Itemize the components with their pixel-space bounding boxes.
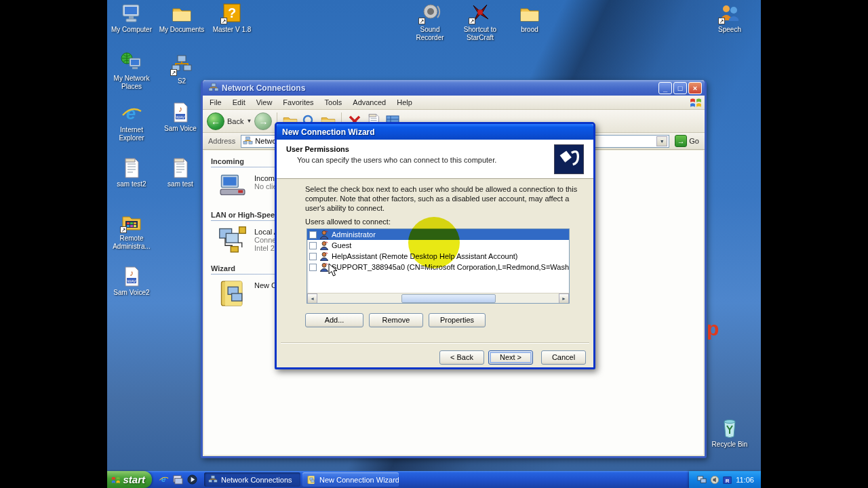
window-titlebar[interactable]: Network Connections _ □ × [203, 80, 705, 96]
connector-art-icon [554, 144, 584, 174]
separator [281, 342, 589, 344]
desktop-icon-brood[interactable]: brood [505, 3, 554, 34]
tray-realplayer-icon[interactable]: R [723, 475, 732, 485]
shortcut-arrow-icon: ↗ [170, 69, 177, 76]
user-row-helpassistant[interactable]: HelpAssistant (Remote Desktop Help Assis… [307, 251, 569, 262]
taskbar: start Network Connections New Connection… [107, 471, 761, 488]
go-button[interactable]: → Go [672, 135, 702, 147]
text-file-icon [169, 157, 192, 179]
question-box-icon: ↗ [220, 3, 243, 24]
incoming-connections-icon [216, 171, 249, 201]
menu-help[interactable]: Help [391, 96, 418, 108]
desktop-icon-sound-recorder[interactable]: ↗ Sound Recorder [406, 3, 454, 41]
network-places-icon [120, 52, 143, 73]
checkbox-guest[interactable] [309, 242, 317, 249]
desktop-icon-internet-explorer[interactable]: Internet Explorer [107, 103, 156, 142]
start-button[interactable]: start [107, 471, 152, 488]
shortcut-arrow-icon: ↗ [469, 18, 475, 24]
svg-text:R: R [726, 477, 730, 483]
network-icon: ↗ [170, 54, 193, 76]
scroll-left-icon[interactable]: ◄ [307, 293, 317, 304]
user-icon [319, 251, 329, 261]
forward-button[interactable]: → [254, 113, 272, 130]
horizontal-scrollbar[interactable]: ◄ ► [307, 293, 569, 303]
quick-launch [152, 471, 204, 488]
desktop-icon-sam-voice[interactable]: Sam Voice [156, 102, 205, 133]
desktop-icon-remote-administration[interactable]: ↗ Remote Administra... [107, 211, 156, 250]
user-icon [319, 262, 329, 272]
tray-volume-icon[interactable] [710, 475, 719, 485]
desktop-icon-my-network-places[interactable]: My Network Places [107, 52, 156, 90]
desktop-icon-recycle-bin[interactable]: Recycle Bin [705, 418, 754, 449]
tray-network-icon[interactable] [697, 475, 707, 485]
back-icon: ← [207, 113, 224, 130]
my-computer-icon [120, 3, 143, 24]
window-title: Network Connections [222, 83, 658, 93]
quicklaunch-media-player-icon[interactable] [187, 474, 197, 485]
folder-icon [518, 3, 541, 24]
desktop-icon-s2[interactable]: ↗ S2 [157, 54, 206, 85]
wizard-body: Select the check box next to each user w… [277, 180, 593, 367]
admin-folder-icon: ↗ [120, 211, 143, 233]
menu-file[interactable]: File [204, 96, 227, 108]
lan-connection-icon [216, 225, 249, 255]
desktop-icon-master[interactable]: ↗ Master V 1.8 [208, 3, 256, 34]
go-icon: → [675, 135, 687, 147]
user-row-support[interactable]: SUPPORT_388945a0 (CN=Microsoft Corporati… [307, 262, 569, 272]
internet-explorer-icon [120, 103, 143, 125]
taskbar-task-network-connections[interactable]: Network Connections [204, 472, 300, 487]
my-documents-icon [170, 3, 193, 24]
checkbox-administrator[interactable] [309, 231, 317, 239]
add-button[interactable]: Add... [305, 313, 363, 327]
checkbox-support[interactable] [309, 264, 317, 271]
menu-advanced[interactable]: Advanced [347, 96, 391, 108]
wizard-header: User Permissions You can specify the use… [277, 140, 593, 179]
back-button[interactable]: ← Back ▼ [207, 113, 252, 130]
menu-edit[interactable]: Edit [227, 96, 251, 108]
starcraft-icon: ↗ [469, 3, 492, 24]
wizard-title: New Connection Wizard [282, 127, 375, 137]
scrollbar-thumb[interactable] [401, 294, 496, 303]
network-connections-icon [243, 136, 253, 146]
menu-tools[interactable]: Tools [319, 96, 348, 108]
wizard-book-icon [216, 279, 249, 308]
back-wizard-button[interactable]: < Back [439, 350, 484, 365]
desktop-icon-my-documents[interactable]: My Documents [157, 3, 206, 34]
back-dropdown-icon[interactable]: ▼ [246, 118, 252, 124]
cancel-button[interactable]: Cancel [541, 350, 586, 365]
user-icon [319, 241, 329, 250]
desktop-icon-sam-test2[interactable]: sam test2 [107, 157, 156, 188]
next-button[interactable]: Next > [488, 350, 533, 365]
scroll-right-icon[interactable]: ► [559, 293, 569, 304]
taskbar-task-new-connection-wizard[interactable]: New Connection Wizard [302, 472, 399, 487]
user-row-guest[interactable]: Guest [307, 240, 569, 251]
shortcut-arrow-icon: ↗ [220, 18, 227, 24]
menu-favorites[interactable]: Favorites [277, 96, 319, 108]
wizard-titlebar[interactable]: New Connection Wizard [277, 124, 593, 140]
user-row-administrator[interactable]: Administrator [307, 229, 569, 240]
desktop-icon-my-computer[interactable]: My Computer [107, 3, 156, 34]
minimize-button[interactable]: _ [658, 82, 672, 94]
speech-icon: ↗ [718, 3, 741, 24]
address-dropdown-icon[interactable]: ▼ [656, 136, 667, 146]
users-listbox[interactable]: Administrator Guest HelpAssistant (Remot… [307, 228, 570, 304]
taskbar-clock: 11:06 [736, 476, 754, 484]
maximize-button[interactable]: □ [673, 82, 687, 94]
desktop-icon-starcraft[interactable]: ↗ Shortcut to StarCraft [456, 3, 505, 41]
menu-view[interactable]: View [251, 96, 278, 108]
address-label: Address [205, 137, 238, 145]
new-connection-wizard-dialog: New Connection Wizard User Permissions Y… [275, 122, 595, 369]
windows-flag-icon [111, 474, 120, 485]
windows-logo-icon [690, 96, 702, 108]
quicklaunch-internet-explorer-icon[interactable] [159, 474, 169, 485]
properties-button[interactable]: Properties [429, 313, 486, 327]
quicklaunch-show-desktop-icon[interactable] [173, 474, 183, 485]
checkbox-helpassistant[interactable] [309, 253, 317, 260]
user-icon [319, 230, 329, 239]
close-button[interactable]: × [688, 82, 702, 94]
desktop-icon-sam-test[interactable]: sam test [156, 157, 205, 188]
remove-button[interactable]: Remove [369, 313, 423, 327]
menu-bar: File Edit View Favorites Tools Advanced … [203, 96, 705, 110]
desktop-icon-speech[interactable]: ↗ Speech [705, 3, 754, 34]
desktop-icon-sam-voice2[interactable]: Sam Voice2 [107, 266, 156, 297]
